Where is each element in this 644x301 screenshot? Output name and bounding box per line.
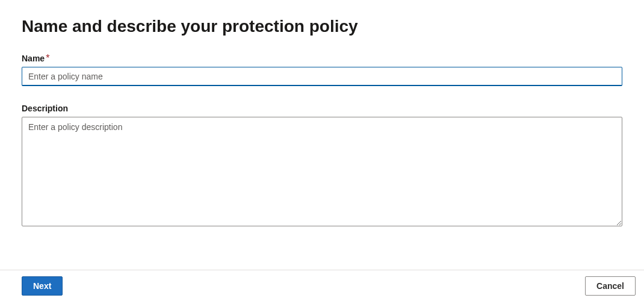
required-asterisk-icon: * [46,53,49,63]
name-field: Name* [22,53,622,86]
policy-description-input[interactable] [22,117,622,226]
cancel-button[interactable]: Cancel [585,276,636,296]
footer-bar: Next Cancel [0,270,644,301]
page-title: Name and describe your protection policy [22,17,622,36]
name-label-text: Name [22,54,45,63]
description-field: Description [22,103,622,229]
name-label: Name* [22,53,49,63]
policy-name-input[interactable] [22,67,622,86]
next-button[interactable]: Next [22,276,63,296]
description-label: Description [22,104,68,113]
